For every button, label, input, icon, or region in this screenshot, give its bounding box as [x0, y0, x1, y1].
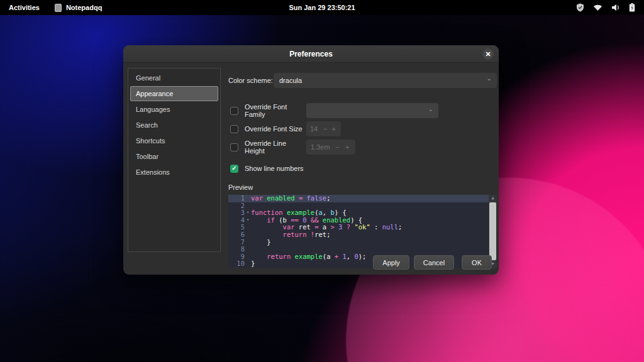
sidebar-item-toolbar[interactable]: Toolbar	[130, 149, 218, 164]
fold-gutter	[245, 202, 251, 210]
wifi-icon[interactable]	[593, 4, 602, 11]
code-line: 1var enabled = false;	[228, 195, 497, 202]
checkbox[interactable]	[230, 107, 238, 115]
fold-gutter	[245, 224, 251, 231]
ok-button[interactable]: OK	[462, 255, 492, 270]
fold-gutter	[245, 253, 251, 261]
focused-app-menu[interactable]: Notepadqq	[55, 4, 102, 12]
sidebar-item-extensions[interactable]: Extensions	[130, 165, 218, 180]
override-row: Override Line Height1.3em−+	[228, 140, 497, 155]
sidebar-item-shortcuts[interactable]: Shortcuts	[130, 133, 218, 148]
system-status-area[interactable]	[576, 3, 644, 12]
color-scheme-label: Color scheme:	[228, 77, 274, 84]
focused-app-name: Notepadqq	[66, 4, 102, 11]
line-number: 10	[228, 260, 245, 268]
preferences-sidebar: GeneralAppearanceLanguagesSearchShortcut…	[128, 68, 221, 252]
line-number: 8	[228, 246, 245, 253]
checkbox[interactable]	[230, 143, 238, 151]
spinner[interactable]: 1.3em−+	[306, 140, 355, 155]
spinner-increment-button[interactable]: +	[331, 125, 335, 133]
code-text: return !ret;	[251, 231, 497, 239]
spinner-value: 14	[310, 125, 319, 133]
code-text: }	[251, 239, 497, 246]
spinner-decrement-button[interactable]: −	[323, 125, 327, 133]
code-text: var enabled = false;	[251, 195, 497, 202]
spinner[interactable]: 14−+	[306, 121, 341, 136]
chevron-down-icon: ⌄	[487, 75, 492, 82]
override-row: Override Font Family⌄	[228, 103, 497, 118]
fold-gutter	[245, 246, 251, 253]
cancel-button[interactable]: Cancel	[414, 255, 454, 270]
fold-gutter	[245, 231, 251, 239]
show-line-numbers-checkbox[interactable]: ✓	[230, 165, 238, 173]
fold-marker-icon[interactable]: ▾	[245, 209, 251, 217]
apply-button[interactable]: Apply	[373, 255, 409, 270]
color-scheme-value: dracula	[279, 77, 302, 84]
spinner-increment-button[interactable]: +	[345, 143, 349, 151]
scroll-up-icon[interactable]: ▲	[489, 195, 497, 202]
checkbox[interactable]	[230, 125, 238, 133]
spinner-decrement-button[interactable]: −	[336, 143, 340, 151]
sidebar-item-search[interactable]: Search	[130, 118, 218, 133]
dialog-title: Preferences	[289, 50, 333, 58]
app-window-icon	[55, 4, 62, 12]
activities-button[interactable]: Activities	[9, 4, 40, 11]
line-number: 6	[228, 231, 245, 239]
font-family-select[interactable]: ⌄	[306, 103, 438, 118]
preferences-dialog: Preferences ✕ GeneralAppearanceLanguages…	[123, 45, 499, 275]
preview-label: Preview	[228, 184, 497, 191]
gnome-top-bar: Activities Notepadqq Sun Jan 29 23:50:21	[0, 0, 644, 15]
color-scheme-select[interactable]: dracula ⌄	[274, 73, 497, 88]
override-label: Override Font Family	[245, 103, 306, 118]
scrollbar-thumb[interactable]	[489, 202, 496, 260]
appearance-pane: Color scheme: dracula ⌄ Override Font Fa…	[228, 68, 497, 275]
line-number: 1	[228, 195, 245, 202]
override-label: Override Line Height	[245, 140, 306, 155]
sidebar-item-languages[interactable]: Languages	[130, 102, 218, 117]
show-line-numbers-label: Show line numbers	[245, 165, 304, 172]
fold-gutter	[245, 260, 251, 268]
spinner-value: 1.3em	[311, 143, 330, 151]
battery-charging-icon[interactable]	[629, 3, 635, 12]
fold-gutter	[245, 195, 251, 202]
override-row: Override Font Size14−+	[228, 121, 497, 136]
sidebar-item-appearance[interactable]: Appearance	[130, 86, 218, 101]
volume-icon[interactable]	[611, 4, 620, 11]
sidebar-item-general[interactable]: General	[130, 70, 218, 85]
clock-text[interactable]: Sun Jan 29 23:50:21	[289, 4, 355, 11]
close-icon[interactable]: ✕	[482, 48, 494, 60]
code-line: 7 }	[228, 239, 497, 246]
fold-gutter	[245, 239, 251, 246]
fold-marker-icon[interactable]: ▾	[245, 217, 251, 224]
dialog-titlebar[interactable]: Preferences ✕	[123, 45, 499, 63]
override-label: Override Font Size	[245, 125, 306, 133]
shield-check-icon[interactable]	[576, 3, 584, 12]
chevron-down-icon: ⌄	[428, 106, 433, 112]
dialog-buttons: ApplyCancelOK	[373, 255, 492, 270]
